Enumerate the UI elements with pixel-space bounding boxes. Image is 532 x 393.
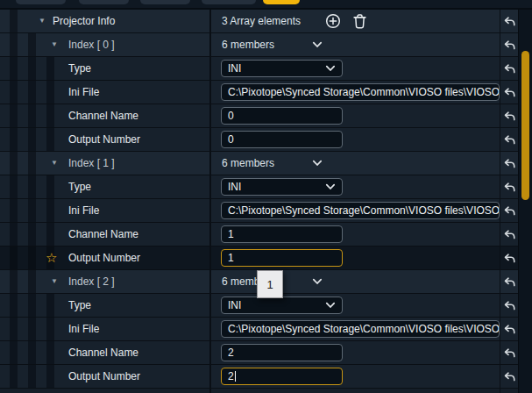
revert-to-default-button[interactable] xyxy=(500,128,519,151)
indent-guide xyxy=(46,175,54,198)
ini-file-field[interactable]: C:\Pixotope\Synced Storage\Common\VIOSO … xyxy=(221,202,500,219)
type-dropdown[interactable]: INI xyxy=(221,297,343,314)
scrollbar-thumb[interactable] xyxy=(521,51,529,200)
type-dropdown[interactable]: INI xyxy=(221,178,343,196)
type-label: Type xyxy=(68,175,91,198)
indent-guide xyxy=(10,294,18,317)
collapse-chevron-button[interactable] xyxy=(309,270,326,293)
undo-arrow-icon xyxy=(504,159,515,168)
type-dropdown[interactable]: INI xyxy=(221,60,343,77)
indent-guide xyxy=(28,33,36,56)
revert-to-default-button[interactable] xyxy=(500,294,519,317)
indent-guide xyxy=(28,341,36,364)
toolbar-strip xyxy=(0,0,532,10)
indent-guide xyxy=(10,365,18,388)
ini-file-label: Ini File xyxy=(68,81,99,104)
property-row-ini-file: Ini FileC:\Pixotope\Synced Storage\Commo… xyxy=(0,199,519,223)
revert-to-default-button[interactable] xyxy=(500,270,519,293)
field-value: 0 xyxy=(228,133,234,146)
type-label: Type xyxy=(68,57,91,80)
index-2-label: Index [ 2 ] xyxy=(68,270,115,293)
undo-arrow-icon xyxy=(504,17,515,26)
indent-guide xyxy=(28,128,36,151)
collapse-chevron-button[interactable] xyxy=(309,33,326,56)
ini-file-label: Ini File xyxy=(68,318,99,340)
indent-guide xyxy=(46,318,54,340)
name-value-column-divider xyxy=(209,10,211,393)
category-row-index-1[interactable]: ▼Index [ 1 ]6 members xyxy=(0,152,519,175)
indent-guide xyxy=(10,318,18,340)
value-revert-column-divider xyxy=(500,10,500,393)
expander-arrow-icon[interactable]: ▼ xyxy=(51,270,58,293)
indent-guide xyxy=(28,318,36,340)
collapse-chevron-button[interactable] xyxy=(309,152,326,175)
index-0-label: Index [ 0 ] xyxy=(68,33,115,56)
expander-arrow-icon[interactable]: ▼ xyxy=(51,152,58,175)
scrollbar-track[interactable] xyxy=(518,10,532,393)
indent-guide xyxy=(28,199,36,222)
dropdown-selected-value: INI xyxy=(228,62,241,75)
property-row-channel-name: Channel Name2 xyxy=(0,341,519,365)
undo-arrow-icon xyxy=(504,277,515,287)
channel-name-field[interactable]: 1 xyxy=(221,225,343,243)
expander-arrow-icon[interactable]: ▼ xyxy=(51,33,58,56)
revert-to-default-button[interactable] xyxy=(500,223,519,246)
revert-to-default-button[interactable] xyxy=(500,81,519,104)
revert-to-default-button[interactable] xyxy=(500,247,519,269)
toolbar-tab-1[interactable] xyxy=(16,0,66,4)
revert-to-default-button[interactable] xyxy=(500,33,519,56)
revert-to-default-button[interactable] xyxy=(500,175,519,198)
revert-to-default-button[interactable] xyxy=(500,341,519,364)
indent-guide xyxy=(10,175,18,198)
indent-guide xyxy=(46,223,54,246)
delete-array-elements-button[interactable] xyxy=(351,10,367,32)
property-row-ini-file: Ini FileC:\Pixotope\Synced Storage\Commo… xyxy=(0,318,519,341)
output-number-field[interactable]: 2 xyxy=(221,368,343,385)
property-row-channel-name: Channel Name0 xyxy=(0,104,519,128)
indent-guide xyxy=(10,270,18,293)
indent-guide xyxy=(28,57,36,80)
projector-info-label: Projector Info xyxy=(53,10,115,32)
channel-name-field[interactable]: 0 xyxy=(221,107,343,125)
ini-file-field[interactable]: C:\Pixotope\Synced Storage\Common\VIOSO … xyxy=(221,320,500,338)
output-number-field[interactable]: 1 xyxy=(221,249,343,267)
toolbar-tab-3[interactable] xyxy=(140,0,190,4)
indent-guide xyxy=(28,81,36,104)
output-number-field[interactable]: 0 xyxy=(221,131,343,148)
drag-value-tooltip: 1 xyxy=(257,270,283,298)
dropdown-selected-value: INI xyxy=(228,181,241,193)
property-row-type: TypeINI xyxy=(0,57,519,81)
chevron-down-icon xyxy=(312,160,323,167)
revert-to-default-button[interactable] xyxy=(500,10,519,32)
revert-to-default-button[interactable] xyxy=(500,57,519,80)
chevron-down-icon xyxy=(325,302,336,309)
property-row-ini-file: Ini FileC:\Pixotope\Synced Storage\Commo… xyxy=(0,81,519,104)
toolbar-tab-4[interactable] xyxy=(202,0,256,4)
expander-arrow-icon[interactable]: ▼ xyxy=(39,10,46,32)
revert-to-default-button[interactable] xyxy=(500,199,519,222)
revert-to-default-button[interactable] xyxy=(500,318,519,340)
category-row-index-0[interactable]: ▼Index [ 0 ]6 members xyxy=(0,33,519,57)
undo-arrow-icon xyxy=(504,372,515,382)
add-array-element-button[interactable] xyxy=(324,10,342,32)
undo-arrow-icon xyxy=(504,325,515,334)
category-row-projector-info[interactable]: ▼Projector Info3 Array elements xyxy=(0,10,519,33)
property-row-channel-name: Channel Name1 xyxy=(0,223,519,247)
channel-name-field[interactable]: 2 xyxy=(221,344,343,361)
toolbar-tab-2[interactable] xyxy=(79,0,129,4)
favorite-star-icon[interactable]: ☆ xyxy=(46,247,57,269)
revert-to-default-button[interactable] xyxy=(500,152,519,175)
member-count: 6 members xyxy=(222,152,274,175)
revert-to-default-button[interactable] xyxy=(500,104,519,127)
property-row-type: TypeINI xyxy=(0,175,519,199)
revert-to-default-button[interactable] xyxy=(500,365,519,388)
property-row-output-number: Output Number2 xyxy=(0,365,519,389)
indent-guide xyxy=(46,365,54,388)
undo-arrow-icon xyxy=(504,301,515,311)
ini-file-field[interactable]: C:\Pixotope\Synced Storage\Common\VIOSO … xyxy=(221,83,500,101)
toolbar-tab-active[interactable] xyxy=(263,0,300,4)
undo-arrow-icon xyxy=(504,348,515,358)
indent-guide xyxy=(10,57,18,80)
field-value: C:\Pixotope\Synced Storage\Common\VIOSO … xyxy=(228,323,500,335)
indent-guide xyxy=(46,199,54,222)
